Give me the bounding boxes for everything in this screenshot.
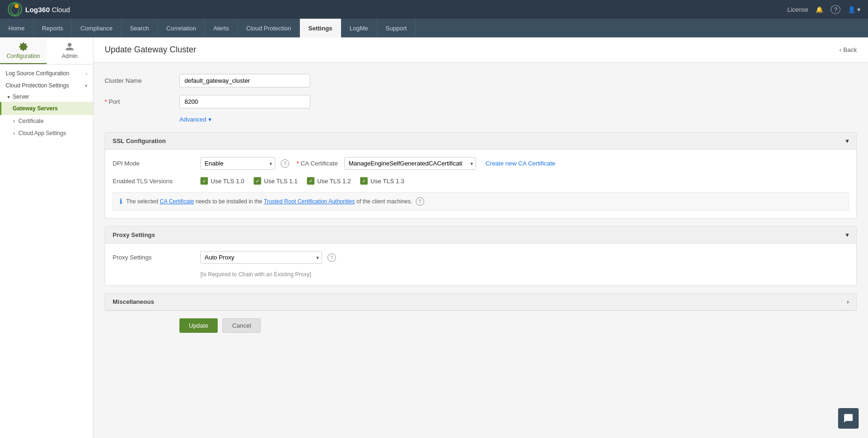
sidebar-section-cloud-protection-label: Cloud Protection Settings — [6, 82, 69, 89]
page-title: Update Gateway Cluster — [105, 45, 196, 55]
port-input[interactable] — [179, 95, 310, 108]
sidebar-cloud-app-settings-label: Cloud App Settings — [18, 130, 66, 136]
sidebar-tab-config-label: Configuration — [7, 53, 40, 59]
nav-cloud-protection[interactable]: Cloud Protection — [238, 19, 300, 37]
ca-cert-info-link[interactable]: CA Certificate — [160, 198, 194, 205]
tls-1-1-checkbox[interactable]: ✓ — [254, 177, 261, 185]
proxy-select-wrapper: Auto Proxy Manual Proxy No Proxy ▾ — [200, 251, 322, 264]
cancel-button[interactable]: Cancel — [222, 318, 261, 333]
update-button[interactable]: Update — [179, 318, 218, 333]
svg-point-1 — [14, 4, 19, 8]
info-help-icon[interactable]: ? — [416, 197, 424, 206]
sidebar-section-cloud-protection[interactable]: Cloud Protection Settings ▾ — [0, 79, 93, 91]
sidebar-tab-admin[interactable]: Admin — [47, 37, 93, 64]
top-bar: Log360 Cloud License 🔔 ? 👤 ▾ — [0, 0, 868, 19]
ssl-info-text: The selected CA Certificate needs to be … — [126, 197, 424, 206]
cloud-protection-chevron-icon: ▾ — [85, 83, 87, 88]
nav-correlation[interactable]: Correlation — [158, 19, 205, 37]
cluster-name-row: Cluster Name — [105, 74, 857, 87]
tls-1-1-label: Use TLS 1.1 — [264, 178, 298, 185]
misc-title: Miscellaneous — [113, 298, 154, 305]
sidebar-section-log-source-label: Log Source Configuration — [6, 70, 69, 77]
tls-options-group: ✓ Use TLS 1.0 ✓ Use TLS 1.1 ✓ Use TLS 1.… — [200, 177, 404, 185]
cluster-name-input[interactable] — [179, 74, 310, 87]
tls-1-0-label: Use TLS 1.0 — [211, 178, 244, 185]
nav-alerts[interactable]: Alerts — [205, 19, 238, 37]
dpi-mode-select-wrapper: Enable Disable ▾ — [200, 157, 275, 170]
proxy-hint-text: [Is Required to Chain with an Existing P… — [200, 271, 849, 278]
svg-point-0 — [8, 3, 21, 16]
logo-icon — [7, 2, 22, 17]
form-area: Cluster Name * Port Advanced ▾ SSL Confi… — [93, 63, 868, 344]
nav-settings[interactable]: Settings — [300, 19, 341, 37]
dpi-mode-select[interactable]: Enable Disable — [200, 157, 275, 170]
tls-1-3-label: Use TLS 1.3 — [370, 178, 404, 185]
main-content: Update Gateway Cluster ‹ Back Cluster Na… — [93, 37, 868, 438]
notification-icon[interactable]: 🔔 — [816, 6, 823, 13]
proxy-settings-row: Proxy Settings Auto Proxy Manual Proxy N… — [113, 251, 849, 264]
misc-panel: Miscellaneous › — [105, 293, 857, 311]
advanced-toggle[interactable]: Advanced ▾ — [179, 116, 857, 123]
proxy-settings-title: Proxy Settings — [113, 231, 155, 238]
advanced-chevron-icon: ▾ — [208, 116, 212, 123]
tls-versions-row: Enabled TLS Versions ✓ Use TLS 1.0 ✓ Use… — [113, 177, 849, 185]
help-button[interactable]: ? — [831, 5, 840, 14]
tls-1-2-label: Use TLS 1.2 — [317, 178, 351, 185]
port-label: * Port — [105, 98, 179, 105]
ca-cert-select[interactable]: ManageEngineSelfGeneratedCACertificati — [344, 157, 476, 170]
nav-logme[interactable]: LogMe — [341, 19, 377, 37]
chat-icon — [843, 413, 854, 424]
logo: Log360 Cloud — [7, 2, 70, 17]
advanced-label: Advanced — [179, 116, 206, 123]
tls-1-2-checkbox[interactable]: ✓ — [307, 177, 314, 185]
sidebar-tab-configuration[interactable]: Configuration — [0, 37, 47, 64]
nav-reports[interactable]: Reports — [34, 19, 72, 37]
user-menu[interactable]: 👤 ▾ — [848, 6, 861, 13]
sidebar-item-cloud-app-settings[interactable]: › Cloud App Settings — [0, 127, 93, 139]
trusted-root-link[interactable]: Trusted Root Certification Authorities — [264, 198, 355, 205]
create-ca-cert-link[interactable]: Create new CA Certificate — [485, 160, 555, 167]
sidebar: Configuration Admin Log Source Configura… — [0, 37, 93, 438]
dpi-mode-row: DPI Mode Enable Disable ▾ ? * CA Certifi… — [113, 157, 849, 170]
tls-1-0-item: ✓ Use TLS 1.0 — [200, 177, 244, 185]
tls-versions-label: Enabled TLS Versions — [113, 178, 197, 185]
proxy-settings-panel-body: Proxy Settings Auto Proxy Manual Proxy N… — [105, 244, 856, 285]
sidebar-section-log-source[interactable]: Log Source Configuration › — [0, 66, 93, 79]
tls-1-3-checkbox[interactable]: ✓ — [360, 177, 368, 185]
sidebar-nav: Log Source Configuration › Cloud Protect… — [0, 65, 93, 438]
proxy-help-icon[interactable]: ? — [327, 253, 336, 262]
log-source-chevron-icon: › — [86, 71, 87, 76]
ca-cert-select-wrapper: ManageEngineSelfGeneratedCACertificati ▾ — [344, 157, 476, 170]
server-toggle-icon: ▾ — [7, 94, 10, 100]
proxy-settings-panel-header[interactable]: Proxy Settings ▾ — [105, 227, 856, 244]
ssl-info-icon: ℹ — [120, 197, 122, 206]
back-chevron-icon: ‹ — [840, 46, 841, 53]
ca-certificate-label: * CA Certificate — [297, 160, 338, 167]
sidebar-tab-admin-label: Admin — [62, 53, 78, 59]
ssl-config-panel-header[interactable]: SSL Configuration ▾ — [105, 133, 856, 150]
misc-panel-header[interactable]: Miscellaneous › — [105, 294, 856, 310]
ssl-config-title: SSL Configuration — [113, 137, 166, 144]
tls-1-0-checkbox[interactable]: ✓ — [200, 177, 208, 185]
ssl-config-panel-body: DPI Mode Enable Disable ▾ ? * CA Certifi… — [105, 150, 856, 218]
proxy-select[interactable]: Auto Proxy Manual Proxy No Proxy — [200, 251, 322, 264]
back-label: Back — [843, 46, 857, 53]
nav-home[interactable]: Home — [0, 19, 34, 37]
cluster-name-label: Cluster Name — [105, 77, 179, 84]
app-name: Log360 Cloud — [25, 6, 70, 14]
sidebar-tabs: Configuration Admin — [0, 37, 93, 65]
form-buttons: Update Cancel — [179, 318, 857, 333]
sidebar-item-gateway-servers[interactable]: Gateway Servers — [0, 102, 93, 115]
dpi-mode-help-icon[interactable]: ? — [281, 159, 289, 168]
back-button[interactable]: ‹ Back — [840, 46, 857, 53]
nav-compliance[interactable]: Compliance — [72, 19, 121, 37]
ssl-config-chevron-icon: ▾ — [846, 137, 849, 144]
sidebar-item-certificate[interactable]: › Certificate — [0, 115, 93, 127]
sidebar-server-section[interactable]: ▾ Server — [0, 91, 93, 102]
nav-support[interactable]: Support — [377, 19, 416, 37]
chat-fab-button[interactable] — [838, 408, 859, 429]
license-link[interactable]: License — [787, 6, 808, 13]
config-gear-icon — [19, 42, 28, 51]
nav-search[interactable]: Search — [121, 19, 158, 37]
sidebar-server-label: Server — [13, 93, 29, 100]
